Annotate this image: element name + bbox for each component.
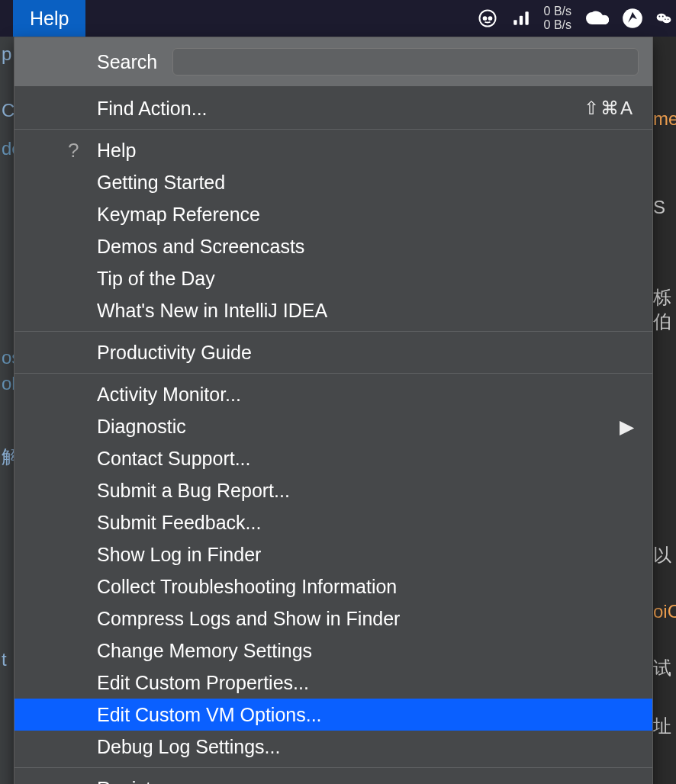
menubar: Help 0 B/s 0 B/s xyxy=(0,0,676,37)
status-tray: 0 B/s 0 B/s xyxy=(477,5,676,32)
menu-separator xyxy=(14,129,652,130)
background-right-strip: me S 栎伯 以 oiC 试 址 xyxy=(653,92,676,784)
keyboard-shortcut: ⇧⌘A xyxy=(584,95,634,122)
bg-text: oiC xyxy=(653,584,676,639)
bg-text: 解 xyxy=(0,442,14,471)
alien-icon[interactable] xyxy=(477,8,498,29)
menu-item-submit-feedback[interactable]: Submit Feedback... xyxy=(14,506,652,538)
menu-item-label: Activity Monitor... xyxy=(97,381,241,408)
svg-point-2 xyxy=(488,17,491,20)
bg-text: 栎伯 xyxy=(653,268,676,351)
net-download-text: 0 B/s xyxy=(544,18,571,32)
menu-item-label: Find Action... xyxy=(97,95,208,122)
svg-point-9 xyxy=(658,16,660,18)
bg-text: 试 xyxy=(653,639,676,697)
menu-item-diagnostic[interactable]: Diagnostic▶ xyxy=(14,410,652,442)
menu-item-tip-of-the-day[interactable]: Tip of the Day xyxy=(14,262,652,294)
menu-item-label: Edit Custom Properties... xyxy=(97,669,309,696)
menu-item-help[interactable]: ?Help xyxy=(14,134,652,166)
svg-point-10 xyxy=(662,16,664,18)
background-left-strip: p C de os ob 解 t xyxy=(0,37,14,784)
menu-item-label: Diagnostic xyxy=(97,413,186,440)
menu-separator xyxy=(14,373,652,374)
menu-item-change-memory-settings[interactable]: Change Memory Settings xyxy=(14,635,652,667)
svg-point-6 xyxy=(623,8,642,28)
menu-separator xyxy=(14,331,652,332)
menu-item-compress-logs-and-show-in-finder[interactable]: Compress Logs and Show in Finder xyxy=(14,602,652,635)
menu-search-row: Search xyxy=(14,37,652,86)
menu-item-getting-started[interactable]: Getting Started xyxy=(14,166,652,198)
help-dropdown-menu: Search Find Action... ⇧⌘A ?HelpGetting S… xyxy=(14,37,653,784)
menu-item-label: Register... xyxy=(97,775,183,784)
bg-text: 以 xyxy=(653,526,676,584)
bg-text: ob xyxy=(0,371,14,397)
bg-text: 址 xyxy=(653,697,676,755)
menu-item-label: Keymap Reference xyxy=(97,201,260,228)
bg-text: S xyxy=(653,180,676,235)
bg-text: p xyxy=(0,41,14,67)
menu-item-label: Productivity Guide xyxy=(97,339,252,366)
help-menu-button[interactable]: Help xyxy=(13,0,85,37)
menu-item-contact-support[interactable]: Contact Support... xyxy=(14,442,652,474)
menu-item-label: Tip of the Day xyxy=(97,265,215,292)
menu-item-demos-and-screencasts[interactable]: Demos and Screencasts xyxy=(14,230,652,262)
svg-rect-5 xyxy=(525,11,528,24)
cloud-icon[interactable] xyxy=(584,9,609,27)
bg-text: os xyxy=(0,345,14,371)
chevron-right-icon: ▶ xyxy=(620,413,634,440)
bg-text: de xyxy=(0,136,14,162)
menu-item-label: What's New in IntelliJ IDEA xyxy=(97,297,327,324)
menu-item-label: Getting Started xyxy=(97,169,225,196)
svg-rect-4 xyxy=(519,16,522,25)
menu-item-keymap-reference[interactable]: Keymap Reference xyxy=(14,198,652,230)
menu-item-find-action[interactable]: Find Action... ⇧⌘A xyxy=(14,92,652,124)
net-upload-text: 0 B/s xyxy=(544,5,571,18)
menu-item-label: Help xyxy=(97,137,136,164)
svg-point-1 xyxy=(483,17,486,20)
menu-item-what-s-new-in-intellij-idea[interactable]: What's New in IntelliJ IDEA xyxy=(14,294,652,326)
network-bars-icon[interactable] xyxy=(511,8,531,28)
bg-text: me xyxy=(653,92,676,146)
search-label: Search xyxy=(28,51,157,73)
menu-item-productivity-guide[interactable]: Productivity Guide xyxy=(14,336,652,368)
bg-text: t xyxy=(0,647,14,673)
help-menu-label: Help xyxy=(30,8,69,30)
menu-item-debug-log-settings[interactable]: Debug Log Settings... xyxy=(14,731,652,763)
wechat-icon[interactable] xyxy=(656,8,671,29)
bg-text: C xyxy=(0,98,14,124)
menu-separator xyxy=(14,767,652,768)
menu-item-label: Contact Support... xyxy=(97,445,251,472)
menu-item-label: Collect Troubleshooting Information xyxy=(97,573,397,600)
location-icon[interactable] xyxy=(622,8,643,29)
menu-item-collect-troubleshooting-information[interactable]: Collect Troubleshooting Information xyxy=(14,570,652,602)
svg-rect-3 xyxy=(513,20,517,24)
menu-item-edit-custom-vm-options[interactable]: Edit Custom VM Options... xyxy=(14,699,652,731)
question-icon: ? xyxy=(68,137,79,164)
menu-item-label: Change Memory Settings xyxy=(97,637,312,664)
menu-item-label: Show Log in Finder xyxy=(97,541,261,568)
menu-item-register[interactable]: Register... xyxy=(14,773,652,784)
menu-item-submit-a-bug-report[interactable]: Submit a Bug Report... xyxy=(14,474,652,506)
menu-item-label: Submit a Bug Report... xyxy=(97,477,290,504)
search-input[interactable] xyxy=(172,48,639,76)
svg-point-0 xyxy=(479,11,495,27)
menu-item-label: Debug Log Settings... xyxy=(97,733,280,760)
menu-item-label: Compress Logs and Show in Finder xyxy=(97,605,400,632)
menu-item-edit-custom-properties[interactable]: Edit Custom Properties... xyxy=(14,667,652,699)
menu-item-activity-monitor[interactable]: Activity Monitor... xyxy=(14,378,652,410)
menu-item-label: Demos and Screencasts xyxy=(97,233,304,260)
network-speed-readout: 0 B/s 0 B/s xyxy=(544,5,571,32)
svg-point-12 xyxy=(668,18,669,20)
menu-item-label: Edit Custom VM Options... xyxy=(97,701,322,728)
menu-item-label: Submit Feedback... xyxy=(97,509,261,536)
svg-point-8 xyxy=(662,17,671,24)
menu-item-show-log-in-finder[interactable]: Show Log in Finder xyxy=(14,538,652,570)
svg-point-11 xyxy=(665,18,666,20)
